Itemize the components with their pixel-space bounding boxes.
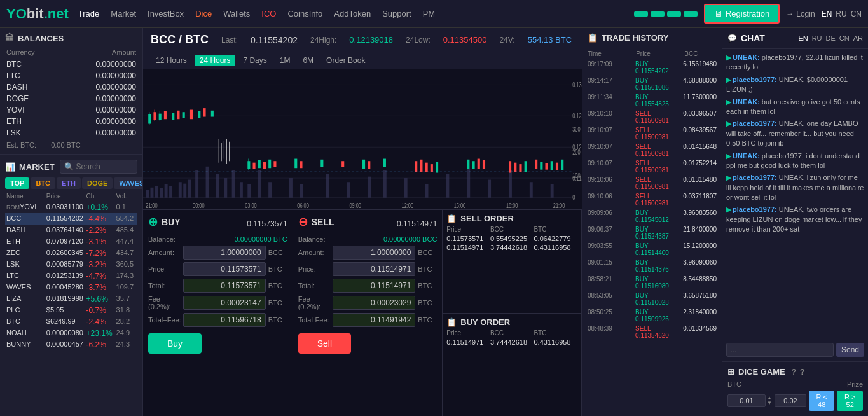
registration-button[interactable]: 🖥 Registration [704, 4, 780, 24]
chat-lang-en[interactable]: EN [798, 34, 808, 42]
balance-row: LTC0.00000000 [5, 70, 137, 81]
sell-order-row[interactable]: 0.115735710.554952250.06422779 [446, 234, 577, 243]
sell-price-input[interactable] [333, 262, 415, 276]
nav-pm[interactable]: PM [423, 9, 436, 18]
dice-help-icon[interactable]: ? [792, 368, 796, 377]
tf-24h[interactable]: 24 Hours [195, 55, 236, 66]
dice-down-icon[interactable]: ▼ [767, 401, 772, 406]
dice-amount-input[interactable] [727, 394, 766, 407]
chat-input[interactable] [726, 343, 834, 357]
buy-order-row[interactable]: 0.115149713.744426180.43116958 [446, 338, 577, 347]
coin-name: BTC [6, 317, 46, 326]
buy-fee-input [183, 296, 266, 310]
svg-text:00:00: 00:00 [193, 202, 204, 209]
coin-row[interactable]: LSK 0.00085779 -3.2% 360.5 [5, 259, 137, 270]
tf-12h[interactable]: 12 Hours [151, 55, 192, 66]
coin-row[interactable]: BCC 0.11554202 -4.4% 554.2 [5, 213, 137, 225]
th-action: SELL 0.11500981 [635, 193, 683, 207]
svg-rect-71 [341, 161, 344, 167]
coin-row[interactable]: LIZA 0.01819998 +5.6% 35.7 [5, 293, 137, 305]
coin-row[interactable]: DASH 0.03764140 -2.2% 485.4 [5, 225, 137, 236]
svg-rect-61 [247, 161, 250, 169]
tf-7d[interactable]: 7 Days [238, 55, 272, 66]
nav-ico[interactable]: ICO [261, 9, 276, 18]
chat-lang-cn[interactable]: CN [839, 34, 850, 42]
tf-6m[interactable]: 6M [298, 55, 319, 66]
svg-rect-90 [546, 163, 548, 170]
tab-waves[interactable]: WAVES [114, 177, 142, 189]
th-time: 08:50:25 [588, 309, 635, 322]
coin-row[interactable]: NOAH 0.00000080 +23.1% 24.9 [5, 328, 137, 339]
coin-vol: 35.7 [116, 295, 136, 303]
dice-r52-button[interactable]: R > 52 [837, 391, 863, 411]
balance-col-currency: Currency [6, 48, 35, 56]
buy-total-input[interactable] [183, 279, 266, 293]
chat-lang-ru[interactable]: RU [812, 34, 822, 42]
buy-button[interactable]: Buy [148, 333, 202, 354]
order-price: 0.11514971 [446, 244, 490, 251]
svg-text:09:00: 09:00 [349, 202, 361, 209]
coin-row[interactable]: BUNNY 0.00000457 -6.2% 24.3 [5, 339, 137, 350]
coin-row[interactable]: ZEC 0.02600345 -7.2% 434.7 [5, 247, 137, 259]
tab-eth[interactable]: ETH [57, 177, 81, 189]
dice-info-icon[interactable]: ? [800, 368, 804, 377]
coin-row[interactable]: PLC $5.95 -0.7% 31.8 [5, 305, 137, 316]
nav-addtoken[interactable]: AddToken [334, 9, 371, 18]
nav-market[interactable]: Market [111, 9, 136, 18]
nav-wallets[interactable]: Wallets [223, 9, 250, 18]
sell-amount-input[interactable] [333, 246, 415, 260]
lang-cn[interactable]: CN [851, 10, 862, 18]
nav-coinsinfo[interactable]: CoinsInfo [287, 9, 322, 18]
tab-doge[interactable]: DOGE [82, 177, 113, 189]
coin-vol: 24.3 [116, 340, 136, 349]
tf-orderbook[interactable]: Order Book [321, 55, 370, 66]
chat-send-button[interactable]: Send [836, 343, 864, 357]
nav-investbox[interactable]: InvestBox [148, 9, 184, 18]
coin-name: BCC [6, 214, 46, 223]
chat-username: placebo1977: [733, 76, 777, 83]
chat-icon: 💬 [727, 34, 737, 43]
nav-dice[interactable]: Dice [195, 9, 212, 18]
sell-total-input[interactable] [333, 279, 415, 293]
status-bars [634, 11, 698, 17]
search-input[interactable] [76, 162, 133, 171]
coin-row[interactable]: WAVES 0.00045280 -3.7% 109.7 [5, 282, 137, 293]
coin-row[interactable]: LTC 0.01253139 -4.7% 174.3 [5, 270, 137, 282]
svg-rect-72 [362, 160, 365, 169]
sell-button[interactable]: Sell [298, 333, 351, 354]
market-tabs: TOP BTC ETH DOGE WAVES USD RUR [5, 177, 137, 189]
coin-row[interactable]: BTC $6249.99 -2.4% 28.2 [5, 316, 137, 328]
chat-lang-ar[interactable]: AR [853, 34, 863, 42]
login-button[interactable]: → Login [786, 10, 815, 18]
nav-trade[interactable]: Trade [78, 9, 99, 18]
order-btc: 0.06422779 [534, 235, 577, 242]
dice-r48-button[interactable]: R < 48 [809, 391, 835, 411]
balance-row: DOGE0.00000000 [5, 93, 137, 104]
sell-amount-row: Amount: BCC [298, 246, 437, 260]
buy-amount-input[interactable] [183, 246, 266, 260]
tab-top[interactable]: TOP [5, 177, 29, 189]
coin-row[interactable]: ROMYOVI 0.03031100 +0.1% 0.1 [5, 202, 137, 213]
lang-en[interactable]: EN [822, 10, 832, 18]
sell-order-row[interactable]: 0.115149713.744426180.43116958 [446, 243, 577, 252]
col-name: Name [6, 193, 46, 200]
status-bar-3 [667, 11, 681, 17]
buy-price-input[interactable] [183, 262, 266, 276]
balance-amount: 0.00000000 [96, 83, 136, 92]
tf-1m[interactable]: 1M [275, 55, 296, 66]
chat-message: ▶UNEAK: but ones ive go ive got 50 cents… [726, 97, 864, 117]
nav-support[interactable]: Support [382, 9, 411, 18]
th-qty: 11.7600000 [683, 94, 717, 107]
svg-rect-51 [183, 112, 185, 118]
buy-order-rows: 0.115149713.744426180.43116958 [446, 338, 577, 347]
order-btc: 0.43116958 [534, 244, 577, 251]
coin-vol: 31.8 [116, 306, 136, 315]
buy-price-row: Price: BTC [148, 262, 287, 276]
sell-title-text: SELL [312, 217, 334, 227]
chat-lang-de[interactable]: DE [826, 34, 836, 42]
tab-btc[interactable]: BTC [31, 177, 55, 189]
th-qty: 21.8400000 [683, 226, 717, 240]
lang-ru[interactable]: RU [836, 10, 846, 18]
coin-row[interactable]: ETH 0.07097120 -3.1% 447.4 [5, 236, 137, 247]
dice-stepper[interactable]: ▲ ▼ [767, 396, 772, 406]
